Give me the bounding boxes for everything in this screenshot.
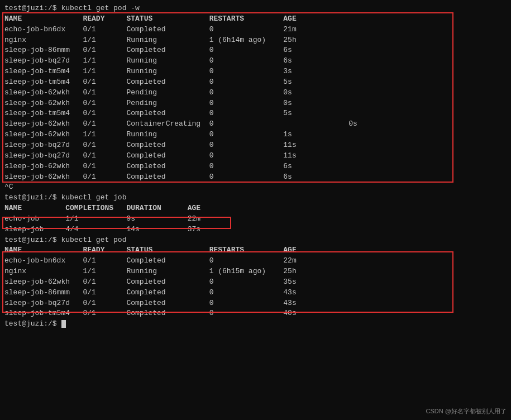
highlight-box-3 [2, 251, 453, 313]
final-prompt-line: test@juzi:/$ [4, 319, 507, 330]
interrupt-line: ^C [4, 182, 507, 193]
cursor [61, 320, 66, 328]
terminal: test@juzi:/$ kubectl get pod -w NAME REA… [0, 0, 511, 420]
cmd-1: kubectl get pod -w [61, 4, 139, 12]
cmd-2: kubectl get job [61, 193, 126, 202]
prompt-3: test@juzi:/$ [4, 236, 61, 244]
command-line-3: test@juzi:/$ kubectl get pod [4, 235, 507, 246]
final-prompt: test@juzi:/$ [4, 319, 61, 328]
prompt-2: test@juzi:/$ [4, 193, 61, 202]
command-line-2: test@juzi:/$ kubectl get job [4, 193, 507, 203]
highlight-box-1 [2, 12, 453, 183]
watermark: CSDN @好名字都被别人用了 [426, 407, 507, 416]
job-header: NAME COMPLETIONS DURATION AGE [4, 203, 507, 214]
highlight-box-2 [2, 217, 231, 229]
cmd-3: kubectl get pod [61, 236, 126, 244]
prompt-1: test@juzi:/$ [4, 4, 61, 12]
